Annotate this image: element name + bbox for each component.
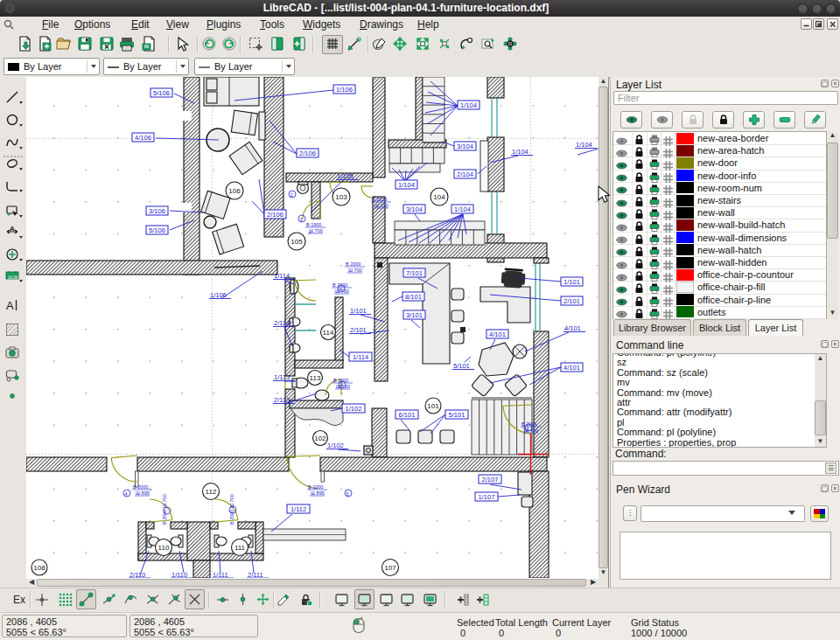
svg-text:3: 3 [300, 217, 303, 222]
svg-text:2/104: 2/104 [457, 170, 473, 178]
svg-text:1/107: 1/107 [479, 493, 495, 501]
svg-text:Ш 895: Ш 895 [311, 490, 325, 496]
svg-text:1/101: 1/101 [564, 278, 580, 286]
svg-text:1/112: 1/112 [290, 505, 306, 513]
svg-text:1/102: 1/102 [346, 405, 362, 413]
svg-text:2/101: 2/101 [564, 297, 580, 305]
svg-text:Ш 100: Ш 100 [374, 203, 388, 208]
svg-text:1/114: 1/114 [353, 353, 368, 361]
svg-text:5/106: 5/106 [153, 89, 170, 97]
svg-text:113: 113 [310, 374, 321, 382]
svg-text:B 2000 Ш 700: B 2000 Ш 700 [229, 494, 234, 525]
svg-text:8/101: 8/101 [405, 293, 422, 301]
svg-text:110: 110 [158, 544, 170, 552]
svg-text:5/101: 5/101 [449, 411, 466, 419]
svg-text:1/114: 1/114 [274, 272, 290, 280]
svg-text:5: 5 [346, 491, 349, 497]
svg-text:3/104: 3/104 [457, 143, 473, 150]
svg-text:1/104: 1/104 [454, 205, 471, 213]
svg-text:112: 112 [206, 488, 217, 496]
svg-text:3/104: 3/104 [406, 205, 423, 213]
svg-text:103: 103 [335, 193, 347, 201]
svg-text:1/105: 1/105 [337, 172, 354, 180]
svg-text:2: 2 [290, 192, 293, 198]
svg-text:7/101: 7/101 [406, 269, 423, 277]
svg-text:A: A [10, 225, 15, 233]
svg-text:A: A [6, 299, 14, 312]
svg-text:102: 102 [314, 435, 326, 442]
svg-text:5/106: 5/106 [149, 226, 165, 234]
svg-text:104: 104 [433, 193, 445, 201]
svg-text:Ш 895: Ш 895 [136, 490, 150, 496]
svg-text:2/106: 2/106 [267, 211, 284, 219]
svg-text:4: 4 [340, 383, 343, 388]
svg-text:2/111: 2/111 [248, 571, 263, 578]
svg-text:4: 4 [125, 491, 128, 497]
svg-text:Ш 700: Ш 700 [348, 268, 362, 273]
svg-text:B 1900: B 1900 [306, 222, 321, 227]
svg-text:5/101: 5/101 [453, 362, 470, 370]
svg-text:1/106: 1/106 [210, 291, 227, 299]
svg-text:1/113: 1/113 [274, 373, 290, 381]
svg-text:10.56: 10.56 [8, 275, 18, 280]
svg-text:B 2000: B 2000 [346, 261, 360, 267]
svg-text:1/101: 1/101 [350, 307, 367, 315]
svg-text:1/102: 1/102 [327, 442, 344, 449]
svg-text:2/110: 2/110 [130, 571, 145, 578]
svg-text:1/106: 1/106 [336, 86, 353, 94]
svg-text:1: 1 [527, 426, 529, 431]
svg-text:B 2020: B 2020 [372, 197, 387, 202]
svg-text:107: 107 [384, 564, 396, 572]
svg-text:1/104: 1/104 [576, 141, 592, 149]
svg-text:Ш 700: Ш 700 [335, 289, 349, 294]
svg-text:1/110: 1/110 [172, 571, 187, 578]
svg-text:108: 108 [33, 564, 46, 572]
svg-text:2/107: 2/107 [482, 476, 499, 483]
svg-text:B 1000: B 1000 [308, 484, 323, 490]
svg-text:4/106: 4/106 [135, 134, 151, 142]
svg-text:111: 111 [234, 544, 246, 552]
svg-text:2/114: 2/114 [274, 319, 290, 327]
svg-text:2/106: 2/106 [299, 150, 316, 157]
svg-text:3/106: 3/106 [149, 207, 165, 215]
svg-text:106: 106 [228, 187, 241, 195]
svg-text:1/104: 1/104 [512, 148, 528, 156]
svg-text:4/101: 4/101 [489, 330, 506, 338]
svg-text:Ш 700: Ш 700 [309, 228, 323, 233]
svg-text:B 2000: B 2000 [133, 484, 148, 490]
svg-text:4/101: 4/101 [564, 324, 581, 332]
svg-text:101: 101 [427, 402, 439, 410]
svg-text:105: 105 [290, 238, 303, 246]
svg-text:4/101: 4/101 [564, 364, 580, 372]
svg-text:6/101: 6/101 [399, 411, 416, 419]
svg-text:114: 114 [323, 329, 334, 337]
svg-text:B 2000 Ш 700: B 2000 Ш 700 [162, 494, 167, 525]
svg-text:1/104: 1/104 [460, 101, 477, 109]
svg-text:3/101: 3/101 [406, 311, 423, 319]
svg-text:4: 4 [340, 287, 342, 292]
svg-text:1/104: 1/104 [398, 181, 415, 189]
svg-text:2/101: 2/101 [350, 326, 367, 334]
